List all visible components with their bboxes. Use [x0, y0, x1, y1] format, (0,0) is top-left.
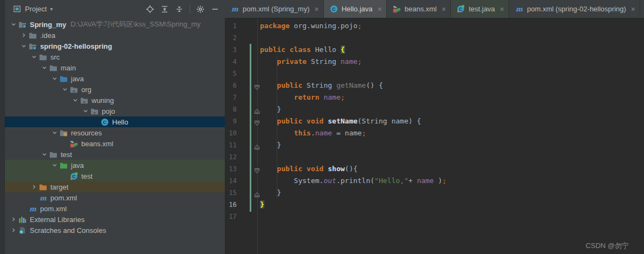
test-class-icon: C [457, 5, 465, 14]
code-line-10[interactable]: 10 this.name = name; [225, 127, 644, 139]
code-line-11[interactable]: 11 } [225, 139, 644, 151]
close-icon[interactable]: × [500, 5, 504, 13]
close-icon[interactable]: × [315, 5, 319, 13]
chevron-right-icon[interactable] [18, 31, 29, 40]
code-line-17[interactable]: 17 [225, 211, 644, 223]
tab-pom-xml-spring-my[interactable]: mpom.xml (Spring_my)× [225, 0, 324, 18]
code-line-2[interactable]: 2 [225, 32, 644, 44]
header-divider [190, 4, 190, 14]
chevron-down-icon[interactable] [8, 20, 18, 29]
code-line-13[interactable]: 13 public void show(){ [225, 163, 644, 175]
chevron-down-icon[interactable] [60, 85, 70, 94]
tree-item-java[interactable]: java [5, 73, 225, 84]
source-folder-icon [60, 74, 70, 83]
tree-item-label: spring-02-hellospring [40, 42, 112, 50]
close-icon[interactable]: × [378, 5, 382, 13]
chevron-down-icon[interactable]: ▾ [50, 6, 53, 12]
project-tool-window: Project ▾ Spring_myD:\JAVA学习\代码区\kss_SSM… [5, 0, 225, 254]
chevron-down-icon[interactable] [29, 53, 39, 61]
chevron-down-icon[interactable] [80, 107, 90, 115]
fold-down-icon[interactable] [254, 82, 260, 88]
code-line-6[interactable]: 6 public String getName() { [225, 80, 644, 92]
settings-icon[interactable] [196, 5, 205, 14]
code-line-12[interactable]: 12 [225, 151, 644, 163]
chevron-right-icon[interactable] [8, 226, 18, 235]
chevron-down-icon[interactable] [49, 128, 60, 137]
tree-item-test[interactable]: test [5, 149, 225, 160]
tab-pom-xml-spring-02-hellospring[interactable]: mpom.xml (spring-02-hellospring)× [509, 0, 640, 18]
tab-hello-java[interactable]: CHello.java× [324, 0, 387, 18]
fold-down-icon[interactable] [254, 118, 260, 124]
tree-item-beans-xml[interactable]: beans.xml [5, 138, 225, 149]
tree-item-target[interactable]: target [5, 181, 225, 192]
tree-item-resources[interactable]: resources [5, 127, 225, 138]
close-icon[interactable]: × [441, 5, 446, 13]
tab-test-java[interactable]: Ctest.java× [451, 0, 509, 18]
tree-item-label: pom.xml [50, 194, 77, 202]
fold-up-icon[interactable] [254, 142, 260, 148]
line-number: 3 [225, 44, 237, 56]
hide-icon[interactable] [211, 5, 219, 14]
close-icon[interactable]: × [631, 5, 635, 13]
excluded-folder-icon [39, 183, 49, 191]
code-line-14[interactable]: 14 System.out.println("Hello,"+ name ); [225, 175, 644, 187]
tab-beans-xml[interactable]: beans.xml× [387, 0, 451, 18]
expand-all-icon[interactable] [160, 5, 169, 14]
tool-window-stripe[interactable] [0, 0, 5, 254]
tree-item-hello[interactable]: CHello [5, 116, 225, 127]
beans-icon [70, 139, 80, 148]
tree-item-scratches-and-consoles[interactable]: Scratches and Consoles [5, 225, 225, 236]
panel-header-actions [146, 4, 219, 14]
tree-item-main[interactable]: main [5, 62, 225, 73]
chevron-down-icon[interactable] [49, 74, 60, 83]
tree-item-label: External Libraries [30, 216, 84, 224]
code-line-9[interactable]: 9 public void setName(String name) { [225, 115, 644, 127]
code-line-3[interactable]: 3public class Hello { [225, 44, 644, 56]
code-text: public String getName() { [260, 80, 383, 92]
chevron-down-icon[interactable] [39, 63, 49, 72]
tree-item-test[interactable]: Ctest [5, 171, 225, 181]
watermark: CSDN @勿宁 [586, 241, 629, 251]
tree-item-idea[interactable]: .idea [5, 30, 225, 41]
tree-item-src[interactable]: src [5, 51, 225, 62]
code-line-4[interactable]: 4 private String name; [225, 56, 644, 68]
tree-item-wuning[interactable]: wuning [5, 95, 225, 106]
tree-item-label: wuning [92, 96, 114, 105]
code-line-1[interactable]: 1package org.wuning.pojo; [225, 20, 644, 32]
chevron-down-icon[interactable] [18, 42, 29, 50]
scratches-icon [18, 226, 29, 235]
fold-down-icon[interactable] [254, 166, 260, 172]
fold-up-icon[interactable] [254, 106, 260, 112]
tree-item-spring-02-hellospring[interactable]: spring-02-hellospring [5, 41, 225, 51]
svg-text:m: m [29, 205, 37, 212]
tree-item-label: test [81, 172, 93, 180]
locate-icon[interactable] [146, 5, 154, 14]
tree-item-pom-xml[interactable]: mpom.xml [5, 203, 225, 214]
code-line-8[interactable]: 8 } [225, 103, 644, 115]
code-line-5[interactable]: 5 [225, 68, 644, 80]
tree-item-external-libraries[interactable]: External Libraries [5, 214, 225, 225]
chevron-down-icon[interactable] [39, 150, 49, 159]
tree-item-pom-xml[interactable]: mpom.xml [5, 192, 225, 203]
code-line-16[interactable]: 16} [225, 199, 644, 211]
line-number: 8 [225, 103, 237, 115]
code-lines: 1package org.wuning.pojo;23public class … [225, 18, 644, 223]
chevron-right-icon[interactable] [8, 215, 18, 224]
tree-item-java[interactable]: java [5, 160, 225, 171]
fold-up-icon[interactable] [254, 190, 260, 196]
line-number: 13 [225, 163, 237, 175]
code-text: } [260, 199, 264, 211]
code-area[interactable]: 1package org.wuning.pojo;23public class … [225, 18, 644, 254]
collapse-all-icon[interactable] [175, 5, 184, 14]
code-line-15[interactable]: 15 } [225, 187, 644, 199]
line-number: 7 [225, 92, 237, 103]
chevron-down-icon[interactable] [70, 96, 80, 105]
code-line-7[interactable]: 7 return name; [225, 92, 644, 103]
chevron-spacer [60, 139, 70, 148]
tree-item-org[interactable]: org [5, 84, 225, 95]
tree-item-label: Hello [112, 118, 128, 126]
tree-item-pojo[interactable]: pojo [5, 106, 225, 116]
chevron-down-icon[interactable] [49, 161, 60, 170]
tree-item-spring-my[interactable]: Spring_myD:\JAVA学习\代码区\kss_SSM\Spring_my [5, 19, 225, 30]
chevron-right-icon[interactable] [29, 183, 39, 191]
